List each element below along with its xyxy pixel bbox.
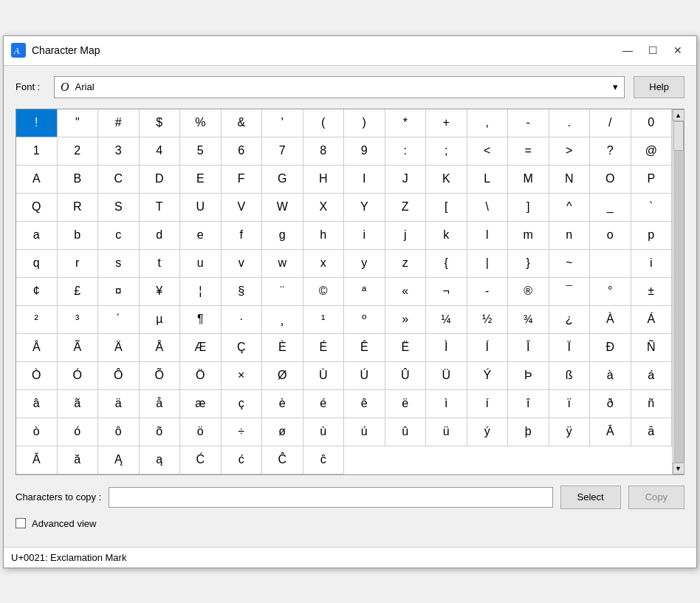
char-cell[interactable]: ñ <box>631 390 673 418</box>
char-cell[interactable]: å <box>140 390 181 418</box>
char-cell[interactable]: Ù <box>303 362 345 390</box>
char-cell[interactable]: Ð <box>590 334 631 362</box>
char-cell[interactable]: - <box>508 109 549 137</box>
char-cell[interactable]: 1 <box>16 137 58 166</box>
char-cell[interactable]: é <box>303 390 345 418</box>
char-cell[interactable]: 7 <box>262 137 303 166</box>
char-cell[interactable]: ¢ <box>16 278 58 306</box>
char-cell[interactable]: § <box>222 278 263 306</box>
char-cell[interactable]: S <box>98 194 140 222</box>
char-cell[interactable]: ¶ <box>180 306 222 334</box>
char-cell[interactable]: Â <box>16 334 58 362</box>
scroll-up-button[interactable]: ▲ <box>673 109 684 121</box>
char-cell[interactable]: ă <box>58 446 99 474</box>
char-cell[interactable]: l <box>467 222 509 250</box>
char-cell[interactable]: þ <box>508 418 549 446</box>
char-cell[interactable]: ô <box>98 418 140 446</box>
char-cell[interactable]: õ <box>140 418 181 446</box>
char-cell[interactable]: / <box>590 109 631 137</box>
char-cell[interactable]: K <box>426 166 467 194</box>
char-cell[interactable]: g <box>262 222 303 250</box>
char-cell[interactable]: Ĉ <box>262 446 303 474</box>
char-cell[interactable]: @ <box>631 137 673 166</box>
char-cell[interactable]: D <box>140 166 181 194</box>
char-cell[interactable]: ³ <box>58 306 99 334</box>
char-cell[interactable]: Á <box>631 306 673 334</box>
char-cell[interactable]: p <box>631 222 673 250</box>
char-cell[interactable]: ] <box>508 194 549 222</box>
char-cell[interactable]: ¹ <box>303 306 345 334</box>
char-cell[interactable]: m <box>508 222 549 250</box>
char-cell[interactable]: x <box>303 250 345 278</box>
char-cell[interactable]: ? <box>590 137 631 166</box>
char-cell[interactable]: ÷ <box>222 418 263 446</box>
char-cell[interactable]: ® <box>508 278 549 306</box>
char-cell[interactable]: > <box>549 137 591 166</box>
char-cell[interactable]: 5 <box>180 137 222 166</box>
char-cell[interactable]: W <box>262 194 303 222</box>
char-cell[interactable]: Æ <box>180 334 222 362</box>
char-cell[interactable]: k <box>426 222 467 250</box>
char-cell[interactable]: A <box>16 166 58 194</box>
char-cell[interactable]: \ <box>467 194 509 222</box>
char-cell[interactable]: T <box>140 194 181 222</box>
char-cell[interactable]: Q <box>16 194 58 222</box>
char-cell[interactable]: Ò <box>16 362 58 390</box>
char-cell[interactable]: Ê <box>344 334 385 362</box>
char-cell[interactable]: Õ <box>140 362 181 390</box>
char-cell[interactable]: ð <box>590 390 631 418</box>
char-cell[interactable]: P <box>631 166 673 194</box>
char-cell[interactable]: ù <box>303 418 345 446</box>
char-cell[interactable]: R <box>58 194 99 222</box>
char-cell[interactable]: £ <box>58 278 99 306</box>
char-cell[interactable]: V <box>222 194 263 222</box>
char-cell[interactable]: 6 <box>222 137 263 166</box>
char-cell[interactable]: a <box>16 222 58 250</box>
char-cell[interactable]: ª <box>344 278 385 306</box>
char-cell[interactable]: ¬ <box>426 278 467 306</box>
char-cell[interactable] <box>590 250 631 278</box>
char-cell[interactable]: · <box>222 306 263 334</box>
char-cell[interactable]: C <box>98 166 140 194</box>
char-cell[interactable]: Ć <box>180 446 222 474</box>
char-cell[interactable]: ' <box>262 109 303 137</box>
char-cell[interactable]: j <box>385 222 427 250</box>
char-cell[interactable]: + <box>426 109 467 137</box>
char-cell[interactable]: n <box>549 222 591 250</box>
char-cell[interactable]: * <box>385 109 427 137</box>
char-cell[interactable]: Ã <box>58 334 99 362</box>
char-cell[interactable]: ë <box>385 390 427 418</box>
char-cell[interactable]: â <box>16 390 58 418</box>
char-cell[interactable]: á <box>631 362 673 390</box>
char-cell[interactable]: u <box>180 250 222 278</box>
char-cell[interactable]: ; <box>426 137 467 166</box>
char-cell[interactable]: ß <box>549 362 591 390</box>
char-cell[interactable]: o <box>590 222 631 250</box>
char-cell[interactable]: É <box>303 334 345 362</box>
char-cell[interactable]: - <box>467 278 509 306</box>
char-cell[interactable]: ¸ <box>262 306 303 334</box>
char-cell[interactable]: Û <box>385 362 427 390</box>
char-cell[interactable]: ó <box>58 418 99 446</box>
char-cell[interactable]: I <box>344 166 385 194</box>
char-cell[interactable]: F <box>222 166 263 194</box>
char-cell[interactable]: 4 <box>140 137 181 166</box>
char-cell[interactable]: ¨ <box>262 278 303 306</box>
char-cell[interactable]: È <box>262 334 303 362</box>
char-cell[interactable]: ^ <box>549 194 591 222</box>
char-cell[interactable]: 0 <box>631 109 673 137</box>
char-cell[interactable]: » <box>385 306 427 334</box>
char-cell[interactable]: ú <box>344 418 385 446</box>
characters-to-copy-input[interactable] <box>109 487 552 508</box>
char-cell[interactable]: Ì <box>426 334 467 362</box>
char-cell[interactable]: Ą <box>98 446 140 474</box>
char-cell[interactable]: « <box>385 278 427 306</box>
char-cell[interactable]: Ç <box>222 334 263 362</box>
char-cell[interactable]: Ø <box>262 362 303 390</box>
char-cell[interactable]: æ <box>180 390 222 418</box>
copy-button[interactable]: Copy <box>628 486 684 509</box>
char-cell[interactable]: ± <box>631 278 673 306</box>
char-cell[interactable]: ê <box>344 390 385 418</box>
char-cell[interactable]: î <box>508 390 549 418</box>
font-dropdown[interactable]: O Arial ▾ <box>54 76 625 98</box>
